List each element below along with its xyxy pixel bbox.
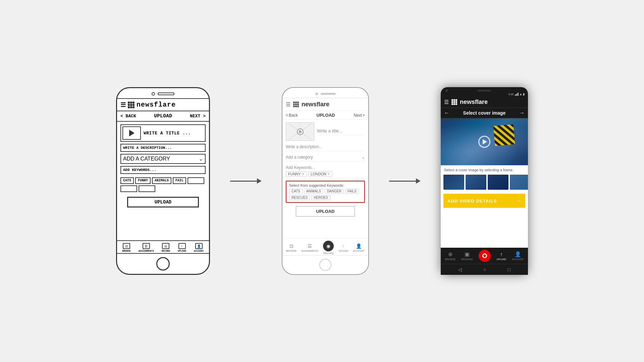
sketch-tag-animals[interactable]: ANIMALS xyxy=(152,177,171,184)
sketch-category-field[interactable]: ADD A CATEGORY ⌄ xyxy=(120,154,206,164)
arrow-head-2 xyxy=(416,178,421,184)
sketch-keyword-tags: CATS FUNNY ANIMALS FAIL xyxy=(120,176,206,193)
sketch-tag-funny[interactable]: FUNNY xyxy=(135,177,151,184)
android-nav-account[interactable]: 👤 ACCOUNT xyxy=(512,251,524,260)
wf-suggested-animals[interactable]: ANIMALS xyxy=(304,189,323,194)
logo-dots-1 xyxy=(128,102,135,108)
sketch-keywords-field[interactable]: ADD KEYWORDS... xyxy=(120,166,206,174)
wf-suggested-fails[interactable]: FAILS xyxy=(345,189,359,194)
back-btn-1[interactable]: < BACK xyxy=(120,114,136,119)
wf-nav-account[interactable]: 👤 ACCOUNT xyxy=(353,243,365,252)
android-nav: ← Select cover image → xyxy=(441,108,528,118)
wf-nav-browse[interactable]: ⊡ BROWSE xyxy=(286,243,297,252)
next-btn-1[interactable]: NEXT > xyxy=(190,114,206,119)
wf-suggested-title: Select from suggested Keywords: xyxy=(289,183,362,187)
android-nav-missions[interactable]: ▣ MISSIONS xyxy=(461,251,473,260)
wf-nav-assignments[interactable]: ☰ ASSIGNMENTS xyxy=(301,243,318,252)
next-btn-3[interactable]: → xyxy=(519,110,525,116)
recents-system-btn[interactable]: □ xyxy=(508,267,511,272)
next-chevron-icon: > xyxy=(363,113,365,118)
wf-tag-london[interactable]: LONDON ✕ xyxy=(308,171,332,177)
next-btn-2[interactable]: Next > xyxy=(354,113,365,118)
home-button-2[interactable] xyxy=(319,259,331,271)
camera-dot-1 xyxy=(152,92,155,96)
home-system-btn[interactable]: ○ xyxy=(483,267,486,272)
wf-suggested-section: Select from suggested Keywords: CATS ANI… xyxy=(286,181,365,203)
account-label-2: ACCOUNT xyxy=(353,250,365,252)
wf-keywords-label[interactable]: Add Keywords... xyxy=(286,165,365,170)
wf-nav-record[interactable]: ◉ RECORD xyxy=(323,241,334,254)
sketch-description-field[interactable]: WRITE A DESCRIPTION... xyxy=(120,144,206,152)
play-btn-3[interactable] xyxy=(478,136,490,148)
sketch-kw-box-3 xyxy=(139,185,155,192)
record-btn-3[interactable] xyxy=(479,250,491,262)
sketch-category-label: ADD A CATEGORY xyxy=(123,156,170,162)
status-time: 9:35 xyxy=(508,93,514,96)
back-system-btn[interactable]: ◁ xyxy=(458,267,462,272)
android-nav-record[interactable] xyxy=(479,250,491,262)
wf-title-field[interactable]: Write a title... xyxy=(317,128,365,135)
arrow-shaft-1 xyxy=(230,181,257,182)
sketch-nav-browse[interactable]: ⊡ BROWSE xyxy=(122,243,130,252)
sketch-nav-account[interactable]: 👤 ACCOUNT xyxy=(194,243,204,252)
sketch-nav-upload[interactable]: ↑ UPLOAD xyxy=(178,243,186,252)
main-container: ☰ newsflare < BACK UPLOAD NEXT > xyxy=(0,0,644,362)
account-label-3: ACCOUNT xyxy=(512,258,524,260)
hamburger-icon[interactable]: ☰ xyxy=(120,101,126,109)
wf-suggested-heroes[interactable]: HEROES xyxy=(311,195,330,200)
upload-icon-1: ↑ xyxy=(178,243,186,249)
back-btn-3[interactable]: ← xyxy=(444,110,449,116)
notch-area-2 xyxy=(282,88,368,98)
wf-upload-btn[interactable]: UPLOAD xyxy=(296,206,355,217)
hero-flag xyxy=(493,124,516,153)
android-thumb-2[interactable] xyxy=(466,175,486,190)
wf-suggested-danger[interactable]: DANGER xyxy=(325,189,344,194)
android-nav-upload[interactable]: ↑ UPLOAD xyxy=(496,251,506,260)
thumb-inner-1 xyxy=(443,175,464,190)
record-icon-1: ◎ xyxy=(162,243,169,249)
sketch-upload-btn[interactable]: UPLOAD xyxy=(127,197,199,207)
android-nav-browse[interactable]: ⊕ BROWSE xyxy=(445,251,455,260)
hamburger-icon-3[interactable]: ☰ xyxy=(444,99,449,105)
notch-area-1 xyxy=(117,88,209,98)
android-hero-image[interactable] xyxy=(441,118,528,165)
sketch-header: ☰ newsflare xyxy=(117,99,209,111)
sketch-tag-fail[interactable]: FAIL xyxy=(173,177,186,184)
wf-active-tags: FUNNY ✕ LONDON ✕ xyxy=(286,171,365,177)
wf-suggested-tags: CATS ANIMALS DANGER FAILS RESCUES HEROES xyxy=(289,189,362,200)
sketch-nav-record[interactable]: ◎ RECORD xyxy=(162,243,170,252)
sketch-tag-cats[interactable]: CATS xyxy=(120,177,134,184)
wf-nav-upload[interactable]: ↑ UPLOAD xyxy=(338,243,348,252)
wf-tag-funny[interactable]: FUNNY ✕ xyxy=(286,171,307,177)
speaker-2 xyxy=(321,93,336,95)
sketch-kw-box-1 xyxy=(187,177,204,184)
sketch-nav-assignments[interactable]: ☰ ASSIGNMENTS xyxy=(139,243,154,252)
tag-close-funny[interactable]: ✕ xyxy=(302,172,305,176)
android-thumbnails xyxy=(441,175,528,192)
sketch-title-field[interactable]: WRITE A TITLE ... xyxy=(144,131,191,136)
arrow-line-2 xyxy=(389,178,421,184)
brand-name-1: newsflare xyxy=(137,101,176,109)
home-btn-area-2 xyxy=(282,255,368,274)
play-triangle-2 xyxy=(299,130,302,133)
android-thumb-4[interactable] xyxy=(510,175,528,190)
wf-suggested-cats[interactable]: CATS xyxy=(289,189,303,194)
android-thumb-3[interactable] xyxy=(488,175,508,190)
home-button-1[interactable] xyxy=(156,257,170,270)
add-video-details-btn[interactable]: ADD VIDEO DETAILS → xyxy=(443,194,525,208)
wf-category-field[interactable]: Add a category ⌄ xyxy=(286,153,365,162)
android-content: Select a cover image by selecting a fram… xyxy=(441,118,528,248)
thumb-inner-2 xyxy=(466,175,486,190)
wf-suggested-rescues[interactable]: RESCUES xyxy=(289,195,310,200)
hamburger-icon-2[interactable]: ☰ xyxy=(286,101,290,108)
wf-description-field[interactable]: Write a description... xyxy=(286,143,365,151)
logo-dots-2 xyxy=(293,102,299,107)
back-btn-2[interactable]: < Back xyxy=(286,113,298,118)
upload-icon-2: ↑ xyxy=(340,243,347,249)
tag-close-london[interactable]: ✕ xyxy=(327,172,330,176)
sketch-bottom-nav-1: ⊡ BROWSE ☰ ASSIGNMENTS ◎ RECORD ↑ UPLOAD… xyxy=(117,240,209,253)
android-status-bar: 9:35 ▲ ▮ xyxy=(441,92,528,97)
android-bottom-nav: ⊕ BROWSE ▣ MISSIONS ↑ UPLOAD 👤 ACCOUNT xyxy=(441,248,528,264)
android-thumb-1[interactable] xyxy=(443,175,464,190)
next-label-2: Next xyxy=(354,113,362,118)
